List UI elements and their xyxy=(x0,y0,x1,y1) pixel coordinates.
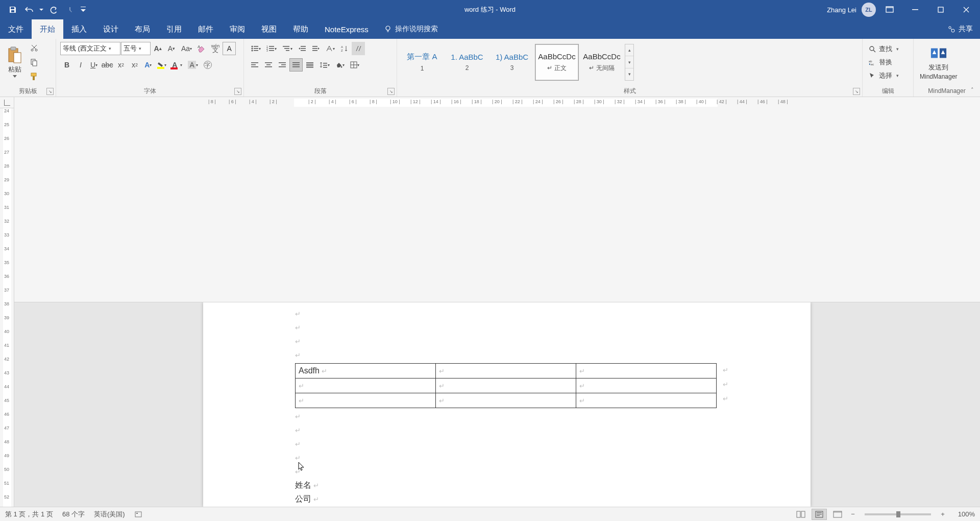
phonetic-guide-button[interactable]: wén文 xyxy=(209,42,222,55)
decrease-indent-button[interactable] xyxy=(296,42,309,55)
cut-button[interactable] xyxy=(28,41,41,55)
align-right-button[interactable] xyxy=(276,58,289,72)
tab-insert[interactable]: 插入 xyxy=(63,19,95,39)
tab-home[interactable]: 开始 xyxy=(32,19,63,39)
shrink-font-button[interactable]: A▾ xyxy=(165,42,178,55)
maximize-button[interactable] xyxy=(929,0,952,19)
tab-mailings[interactable]: 邮件 xyxy=(190,19,222,39)
strikethrough-button[interactable]: abc xyxy=(101,58,114,72)
ribbon-display-options[interactable] xyxy=(878,0,901,19)
show-marks-button[interactable] xyxy=(352,42,365,55)
collapse-ribbon-button[interactable]: ˄ xyxy=(968,85,977,94)
font-launcher[interactable]: ↘ xyxy=(234,88,241,95)
table-row[interactable]: Asdfh ↵ ↵ ↵ xyxy=(296,363,717,378)
style-nospacing[interactable]: AaBbCcDc↵ 无间隔 xyxy=(580,44,624,81)
numbering-button[interactable]: 123▾ xyxy=(264,42,279,55)
align-center-button[interactable] xyxy=(262,58,275,72)
replace-button[interactable]: abac替换 xyxy=(867,56,901,68)
tab-file[interactable]: 文件 xyxy=(0,19,32,39)
undo-button[interactable] xyxy=(21,3,37,17)
doc-text-company[interactable]: 公司 xyxy=(295,494,311,503)
copy-button[interactable] xyxy=(28,56,41,69)
bold-button[interactable]: B xyxy=(60,58,74,72)
tell-me-search[interactable]: 操作说明搜索 xyxy=(377,19,445,39)
line-spacing-button[interactable]: ▾ xyxy=(317,58,332,72)
zoom-in-button[interactable]: + xyxy=(938,510,947,519)
qat-customize-button[interactable] xyxy=(79,3,88,17)
view-web-layout[interactable] xyxy=(830,509,845,520)
tab-noteexpress[interactable]: NoteExpress xyxy=(316,19,377,39)
enclose-char-button[interactable]: 字 xyxy=(201,58,214,72)
macro-recorder-icon[interactable] xyxy=(134,510,142,518)
font-color-button[interactable]: A▾ xyxy=(169,58,185,72)
styles-launcher[interactable]: ↘ xyxy=(853,88,860,95)
vertical-ruler[interactable]: 2425262728293031323334353637383940414243… xyxy=(0,108,14,507)
grow-font-button[interactable]: A▴ xyxy=(151,42,164,55)
close-button[interactable] xyxy=(954,0,978,19)
view-read-mode[interactable] xyxy=(793,509,808,520)
zoom-out-button[interactable]: − xyxy=(848,510,857,519)
highlight-button[interactable]: ▾ xyxy=(155,58,169,72)
tab-view[interactable]: 视图 xyxy=(253,19,285,39)
multilevel-list-button[interactable]: ▾ xyxy=(280,42,295,55)
char-border-button[interactable]: A xyxy=(223,42,236,55)
tab-layout[interactable]: 布局 xyxy=(127,19,158,39)
sort-button[interactable]: AZ xyxy=(338,42,351,55)
paragraph-launcher[interactable]: ↘ xyxy=(387,88,395,95)
style-heading3[interactable]: 1) AaBbC3 xyxy=(490,44,534,81)
share-button[interactable]: 共享 xyxy=(947,19,973,39)
document-table[interactable]: Asdfh ↵ ↵ ↵ ↵↵↵ ↵↵↵ xyxy=(295,363,717,408)
status-words[interactable]: 68 个字 xyxy=(62,510,85,519)
redo-button[interactable] xyxy=(46,3,61,17)
doc-text-name[interactable]: 姓名 xyxy=(295,481,311,489)
save-button[interactable] xyxy=(5,3,20,17)
align-justify-button[interactable] xyxy=(289,58,303,72)
tab-references[interactable]: 引用 xyxy=(158,19,190,39)
styles-gallery[interactable]: 第一章 A1 1. AaBbC2 1) AaBbC3 AaBbCcDc↵ 正文 … xyxy=(400,44,634,81)
asian-layout-button[interactable]: ▾ xyxy=(323,42,337,55)
tab-selector[interactable] xyxy=(0,97,14,108)
style-heading1[interactable]: 第一章 A1 xyxy=(400,44,444,81)
select-button[interactable]: 选择▾ xyxy=(867,69,901,82)
status-page[interactable]: 第 1 页，共 1 页 xyxy=(5,510,53,519)
subscript-button[interactable]: x2 xyxy=(114,58,128,72)
bullets-button[interactable]: ▾ xyxy=(248,42,263,55)
font-family-combo[interactable]: 等线 (西文正文▾ xyxy=(60,42,120,55)
clear-format-button[interactable]: A xyxy=(195,42,208,55)
user-name[interactable]: Zhang Lei xyxy=(827,6,856,14)
table-row[interactable]: ↵↵↵ xyxy=(296,393,717,408)
table-cell-text[interactable]: Asdfh xyxy=(299,366,320,375)
align-left-button[interactable] xyxy=(248,58,261,72)
table-row[interactable]: ↵↵↵ xyxy=(296,378,717,393)
format-painter-button[interactable] xyxy=(28,70,41,83)
tab-help[interactable]: 帮助 xyxy=(285,19,316,39)
underline-button[interactable]: U▾ xyxy=(88,58,100,72)
tab-design[interactable]: 设计 xyxy=(95,19,127,39)
tab-review[interactable]: 审阅 xyxy=(222,19,253,39)
zoom-slider[interactable] xyxy=(865,513,931,515)
clipboard-launcher[interactable]: ↘ xyxy=(46,88,54,95)
borders-button[interactable]: ▾ xyxy=(348,58,362,72)
find-button[interactable]: 查找▾ xyxy=(867,43,901,55)
zoom-level[interactable]: 100% xyxy=(950,510,975,518)
paste-button[interactable]: 粘贴 xyxy=(3,45,27,79)
page-content[interactable]: ↵ ↵ ↵ ↵ Asdfh ↵ ↵ ↵ ↵↵↵ ↵↵↵ ↵ xyxy=(295,307,780,507)
status-lang[interactable]: 英语(美国) xyxy=(94,510,125,519)
undo-dropdown[interactable] xyxy=(38,3,45,17)
superscript-button[interactable]: x2 xyxy=(128,58,141,72)
avatar[interactable]: ZL xyxy=(862,3,876,17)
font-size-combo[interactable]: 五号▾ xyxy=(121,42,151,55)
style-heading2[interactable]: 1. AaBbC2 xyxy=(445,44,489,81)
style-normal[interactable]: AaBbCcDc↵ 正文 xyxy=(535,44,579,81)
align-distribute-button[interactable] xyxy=(303,58,316,72)
minimize-button[interactable] xyxy=(903,0,927,19)
char-shading-button[interactable]: A▾ xyxy=(185,58,200,72)
increase-indent-button[interactable] xyxy=(309,42,323,55)
shading-button[interactable]: ▾ xyxy=(333,58,347,72)
styles-gallery-scroll[interactable]: ▴▾▾ xyxy=(625,44,634,81)
send-to-mindmanager-button[interactable]: 发送到 MindManager xyxy=(917,43,960,81)
italic-button[interactable]: I xyxy=(74,58,87,72)
text-effects-button[interactable]: A▾ xyxy=(142,58,154,72)
document-canvas[interactable]: ↵ ↵ ↵ ↵ Asdfh ↵ ↵ ↵ ↵↵↵ ↵↵↵ ↵ xyxy=(14,302,980,507)
horizontal-ruler[interactable]: | 8 || 6 || 4 || 2 || 2 || 4 || 6 || 8 |… xyxy=(14,97,980,302)
